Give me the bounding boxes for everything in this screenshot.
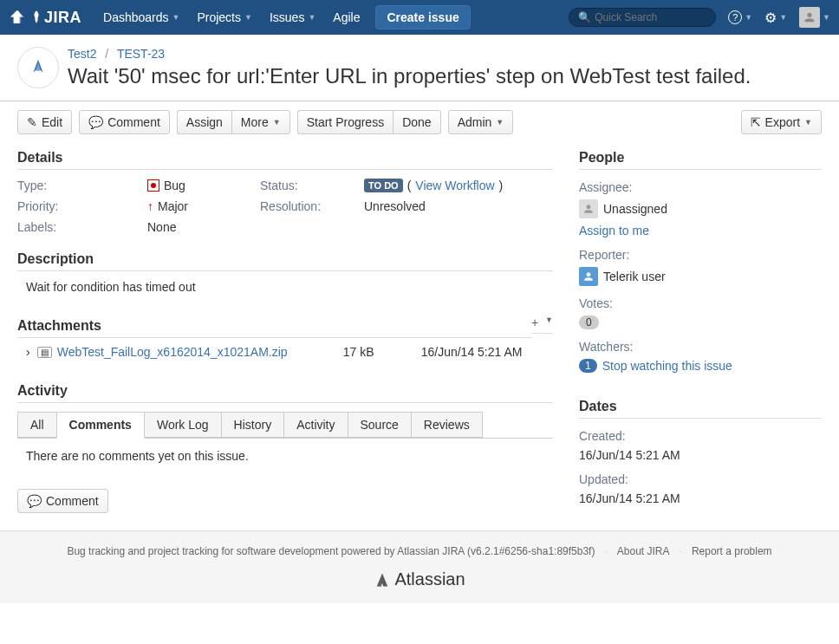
dates-heading: Dates: [579, 399, 822, 419]
person-icon: [579, 267, 598, 286]
breadcrumb-project[interactable]: Test2: [68, 47, 96, 61]
logo-text: JIRA: [44, 9, 81, 27]
add-comment-button[interactable]: 💬Comment: [17, 489, 108, 513]
activity-tabs: All Comments Work Log History Activity S…: [17, 412, 553, 439]
comment-icon: 💬: [27, 494, 42, 508]
breadcrumb-separator: /: [105, 47, 108, 61]
people-heading: People: [579, 150, 822, 170]
add-attachment-icon[interactable]: +: [531, 315, 538, 329]
export-button[interactable]: ⇱Export ▼: [741, 110, 822, 134]
details-heading: Details: [17, 150, 553, 170]
priority-value: ↑Major: [147, 199, 260, 213]
person-icon: [579, 199, 598, 218]
tab-worklog[interactable]: Work Log: [144, 412, 222, 438]
description-heading: Description: [17, 251, 553, 271]
updated-label: Updated:: [579, 472, 822, 486]
project-avatar[interactable]: [17, 47, 59, 88]
status-value: TO DO (View Workflow): [364, 179, 553, 192]
created-value: 16/Jun/14 5:21 AM: [579, 448, 822, 462]
quick-search[interactable]: 🔍: [569, 8, 716, 27]
report-problem-link[interactable]: Report a problem: [692, 545, 772, 557]
search-icon: 🔍: [578, 11, 591, 23]
created-label: Created:: [579, 429, 822, 443]
attachment-options-icon[interactable]: ▼: [545, 315, 553, 329]
tab-reviews[interactable]: Reviews: [411, 412, 483, 438]
nav-dashboards[interactable]: Dashboards▼: [94, 10, 188, 24]
status-label: Status:: [260, 179, 364, 192]
done-button[interactable]: Done: [393, 110, 440, 134]
tab-all[interactable]: All: [17, 412, 57, 438]
export-icon: ⇱: [751, 115, 761, 129]
attachment-size: 17 kB: [343, 345, 421, 359]
reporter-label: Reporter:: [579, 248, 822, 262]
atlassian-logo[interactable]: Atlassian: [14, 569, 825, 589]
search-input[interactable]: [595, 11, 707, 23]
assign-button[interactable]: Assign: [177, 110, 231, 134]
attachment-link[interactable]: WebTest_FailLog_x6162014_x1021AM.zip: [57, 345, 343, 359]
tab-source[interactable]: Source: [348, 412, 412, 438]
attachment-row: › ▤ WebTest_FailLog_x6162014_x1021AM.zip…: [17, 338, 553, 376]
about-jira-link[interactable]: About JIRA: [617, 545, 669, 557]
tab-comments[interactable]: Comments: [56, 412, 145, 439]
details-grid: Type: Bug Status: TO DO (View Workflow) …: [17, 179, 553, 234]
attachments-heading: Attachments: [17, 318, 531, 338]
type-label: Type:: [17, 179, 147, 192]
labels-value: None: [147, 220, 260, 234]
gear-icon[interactable]: ⚙▼: [764, 10, 787, 26]
updated-value: 16/Jun/14 5:21 AM: [579, 491, 822, 505]
status-lozenge: TO DO: [364, 179, 403, 192]
footer-version: (v6.2.1#6256-sha1:89f5b3f): [465, 545, 595, 557]
nav-projects[interactable]: Projects▼: [188, 10, 261, 24]
assignee-label: Assignee:: [579, 180, 822, 194]
admin-button[interactable]: Admin ▼: [448, 110, 514, 134]
attachment-date: 16/Jun/14 5:21 AM: [421, 345, 523, 359]
assign-to-me-link[interactable]: Assign to me: [579, 224, 649, 237]
comment-icon: 💬: [88, 115, 103, 129]
expand-icon[interactable]: ›: [26, 345, 30, 359]
activity-heading: Activity: [17, 383, 553, 403]
votes-count: 0: [579, 315, 599, 329]
avatar-icon: [799, 7, 820, 28]
view-workflow-link[interactable]: View Workflow: [415, 179, 494, 192]
watchers-label: Watchers:: [579, 340, 822, 354]
footer-text: Bug tracking and project tracking for so…: [67, 545, 397, 557]
watchers-count: 1: [579, 359, 597, 373]
resolution-label: Resolution:: [260, 199, 364, 213]
jira-logo-icon: [29, 10, 44, 25]
nav-items: Dashboards▼ Projects▼ Issues▼ Agile Crea…: [94, 5, 471, 29]
tab-activity[interactable]: Activity: [283, 412, 348, 438]
footer: Bug tracking and project tracking for so…: [0, 530, 839, 603]
type-value: Bug: [147, 179, 260, 192]
jira-logo[interactable]: JIRA: [9, 9, 81, 27]
file-icon: ▤: [37, 347, 52, 358]
nav-issues[interactable]: Issues▼: [261, 10, 324, 24]
stop-watching-link[interactable]: Stop watching this issue: [602, 359, 732, 373]
help-icon[interactable]: ?▼: [728, 10, 752, 24]
top-nav: JIRA Dashboards▼ Projects▼ Issues▼ Agile…: [0, 0, 839, 35]
breadcrumb-key[interactable]: TEST-23: [117, 47, 165, 61]
edit-button[interactable]: ✎Edit: [17, 110, 72, 134]
toolbar: ✎Edit 💬Comment Assign More ▼ Start Progr…: [0, 101, 839, 143]
user-menu[interactable]: ▼: [799, 7, 830, 28]
nav-agile[interactable]: Agile: [324, 10, 368, 24]
assignee-value: Unassigned: [579, 199, 822, 218]
reporter-value: Telerik user: [579, 267, 822, 286]
pencil-icon: ✎: [27, 115, 37, 129]
bug-icon: [147, 179, 159, 192]
priority-label: Priority:: [17, 199, 147, 213]
breadcrumb: Test2 / TEST-23: [17, 47, 822, 61]
description-text: Wait for condition has timed out: [26, 280, 553, 294]
footer-jira-link[interactable]: Atlassian JIRA: [397, 545, 464, 557]
tab-history[interactable]: History: [221, 412, 285, 438]
resolution-value: Unresolved: [364, 199, 553, 213]
labels-label: Labels:: [17, 220, 147, 234]
more-button[interactable]: More ▼: [231, 110, 290, 134]
atlassian-icon: [374, 571, 391, 589]
no-comments-text: There are no comments yet on this issue.: [26, 449, 553, 463]
priority-icon: ↑: [147, 199, 153, 213]
start-progress-button[interactable]: Start Progress: [297, 110, 393, 134]
comment-button[interactable]: 💬Comment: [79, 110, 170, 134]
create-issue-button[interactable]: Create issue: [375, 5, 470, 29]
issue-title: Wait '50' msec for url:'Enter URL in pro…: [17, 64, 822, 88]
issue-header: Test2 / TEST-23 Wait '50' msec for url:'…: [0, 35, 839, 101]
